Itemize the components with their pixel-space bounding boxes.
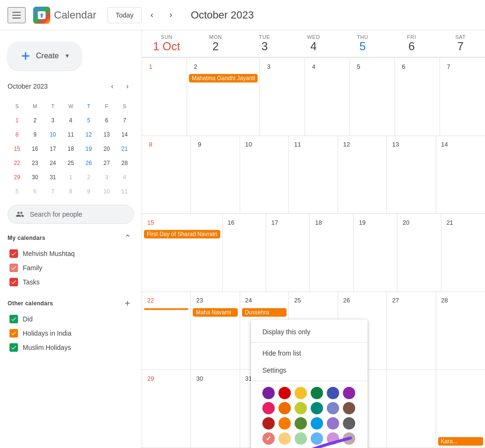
cell-oct19[interactable]: 19: [354, 214, 397, 292]
color-tomato[interactable]: [278, 387, 291, 399]
cell-oct5[interactable]: 5: [350, 58, 395, 136]
mini-cal-day[interactable]: 15: [9, 142, 26, 155]
color-sage-dark[interactable]: [295, 417, 307, 430]
context-display-only[interactable]: Display this only: [251, 323, 368, 340]
mini-cal-day[interactable]: 1: [9, 114, 26, 127]
color-sage[interactable]: [311, 387, 323, 399]
color-tangerine[interactable]: [278, 402, 291, 414]
app-logo[interactable]: 3 Calendar: [33, 7, 96, 24]
cell-oct1[interactable]: 1: [142, 58, 187, 136]
mini-cal-day[interactable]: 25: [63, 156, 80, 170]
color-basil[interactable]: [295, 402, 307, 414]
mini-cal-day[interactable]: 10: [98, 185, 115, 198]
cell-oct4[interactable]: 4: [305, 58, 350, 136]
cell-oct29[interactable]: 29: [142, 370, 191, 448]
mini-cal-day[interactable]: 8: [9, 128, 26, 141]
event-dussehra[interactable]: Dussehra: [242, 308, 287, 317]
calendar-checkbox-mehvish[interactable]: [9, 249, 18, 258]
mini-cal-day[interactable]: 21: [116, 142, 133, 155]
today-button[interactable]: Today: [108, 7, 141, 23]
mini-cal-day[interactable]: 30: [27, 171, 44, 184]
mini-cal-day[interactable]: 19: [80, 142, 97, 155]
cell-oct27[interactable]: 27: [387, 292, 436, 370]
context-settings[interactable]: Settings: [251, 362, 368, 379]
color-banana[interactable]: [295, 387, 307, 399]
color-grape[interactable]: [262, 387, 275, 399]
context-hide-from-list[interactable]: Hide from list: [251, 345, 368, 362]
cell-nov4[interactable]: Kara...: [436, 370, 485, 448]
mini-cal-day[interactable]: 5: [9, 185, 26, 198]
cell-oct15[interactable]: 15 First Day of Sharad Navratri: [142, 214, 223, 292]
color-peacock[interactable]: [327, 387, 339, 399]
calendar-item-family[interactable]: Family: [8, 261, 134, 275]
my-calendars-header[interactable]: My calendars ⌃: [8, 229, 134, 247]
cell-oct20[interactable]: 20: [397, 214, 441, 292]
mini-cal-day[interactable]: 9: [27, 128, 44, 141]
color-blueberry[interactable]: [327, 402, 339, 414]
mini-cal-day[interactable]: 1: [63, 171, 80, 184]
cell-oct22[interactable]: 22: [142, 292, 191, 370]
event-sharad-navratri[interactable]: First Day of Sharad Navratri: [144, 230, 220, 238]
calendar-checkbox-tasks[interactable]: [9, 278, 18, 286]
cell-oct16[interactable]: 16: [223, 214, 266, 292]
cell-oct14[interactable]: 14: [436, 136, 485, 214]
mini-cal-day[interactable]: 14: [116, 128, 133, 141]
calendar-item-mehvish[interactable]: Mehvish Mushtaq: [8, 247, 134, 261]
mini-cal-day[interactable]: 18: [63, 142, 80, 155]
color-banana-light[interactable]: [278, 432, 291, 445]
cell-oct18[interactable]: 18: [310, 214, 353, 292]
event-maha-navami[interactable]: Maha Navami: [193, 308, 237, 317]
event-gandhi-jayanti[interactable]: Mahatma Gandhi Jayanti: [189, 74, 258, 82]
cell-oct21[interactable]: 21: [441, 214, 485, 292]
cell-oct12[interactable]: 12: [338, 136, 387, 214]
cell-oct11[interactable]: 11: [289, 136, 338, 214]
calendar-checkbox-holidays-india[interactable]: [9, 329, 18, 338]
mini-cal-day[interactable]: 16: [27, 142, 44, 155]
color-graphite-light[interactable]: [343, 432, 355, 445]
mini-cal-day[interactable]: 26: [80, 156, 97, 170]
mini-cal-day[interactable]: 11: [63, 128, 80, 141]
event-partial-22[interactable]: [144, 308, 189, 310]
cell-oct30[interactable]: 30: [191, 370, 240, 448]
cell-oct13[interactable]: 13: [387, 136, 436, 214]
mini-cal-day[interactable]: 6: [98, 114, 115, 127]
cell-oct6[interactable]: 6: [395, 58, 440, 136]
mini-cal-day[interactable]: 6: [27, 185, 44, 198]
mini-cal-day[interactable]: 17: [45, 142, 62, 155]
mini-cal-day[interactable]: 12: [80, 128, 97, 141]
mini-cal-day[interactable]: 24: [45, 156, 62, 170]
mini-cal-day[interactable]: 13: [98, 128, 115, 141]
mini-cal-day[interactable]: 22: [9, 156, 26, 170]
mini-cal-day[interactable]: 2: [27, 114, 44, 127]
calendar-checkbox-muslim-holidays[interactable]: [9, 343, 18, 352]
color-graphite-mid[interactable]: [343, 417, 355, 430]
color-teal[interactable]: [311, 402, 323, 414]
search-people-box[interactable]: Search for people: [8, 205, 134, 224]
color-lavender[interactable]: [343, 387, 355, 399]
mini-cal-day[interactable]: 10: [45, 128, 62, 141]
color-graphite[interactable]: [343, 402, 355, 414]
mini-cal-day[interactable]: 7: [116, 114, 133, 127]
add-calendar-button[interactable]: +: [121, 297, 134, 310]
mini-cal-day[interactable]: 3: [45, 114, 62, 127]
mini-cal-day[interactable]: 2: [80, 171, 97, 184]
cell-oct2[interactable]: 2 Mahatma Gandhi Jayanti: [187, 58, 260, 136]
mini-cal-day[interactable]: 8: [63, 185, 80, 198]
mini-cal-day[interactable]: 31: [45, 171, 62, 184]
cell-oct9[interactable]: 9: [191, 136, 240, 214]
my-calendars-toggle[interactable]: ⌃: [121, 231, 134, 245]
cell-oct10[interactable]: 10: [240, 136, 289, 214]
other-calendars-header[interactable]: Other calendars +: [8, 295, 134, 312]
color-lavender-light[interactable]: [327, 432, 339, 445]
menu-button[interactable]: [8, 7, 26, 23]
color-tangerine-mid[interactable]: [278, 417, 291, 430]
mini-cal-prev[interactable]: ‹: [106, 80, 119, 93]
mini-cal-day[interactable]: 5: [80, 114, 97, 127]
calendar-checkbox-family[interactable]: [9, 264, 18, 272]
prev-button[interactable]: ‹: [144, 7, 161, 24]
create-button[interactable]: Create ▼: [8, 42, 81, 70]
calendar-item-holidays-india[interactable]: Holidays in India: [8, 326, 134, 340]
cell-oct28[interactable]: 28: [436, 292, 485, 370]
cell-oct17[interactable]: 17: [266, 214, 310, 292]
mini-cal-day[interactable]: 3: [98, 171, 115, 184]
